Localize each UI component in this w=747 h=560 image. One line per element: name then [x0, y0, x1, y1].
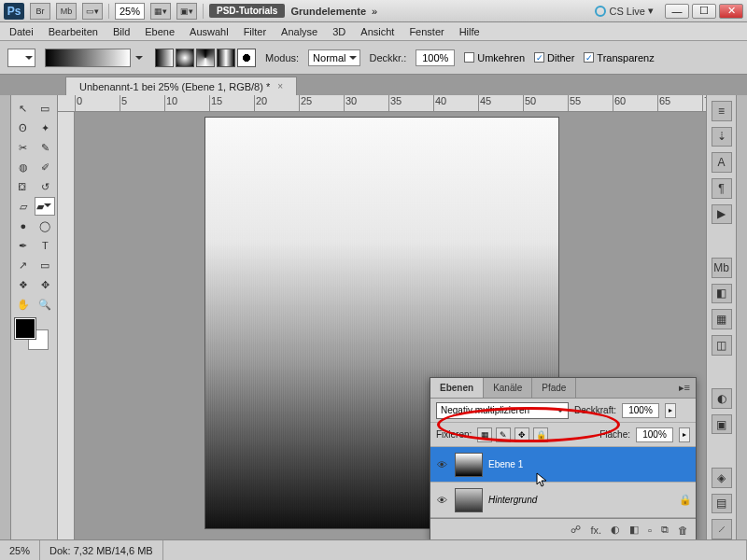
menu-bild[interactable]: Bild — [113, 26, 130, 37]
gradient-reflected[interactable] — [217, 49, 235, 67]
link-layers-icon[interactable]: ☍ — [571, 524, 581, 536]
transparency-checkbox[interactable]: ✓Transparenz — [584, 52, 654, 63]
foreground-color[interactable] — [15, 318, 35, 339]
cs-live[interactable]: CS Live▾ — [595, 5, 654, 17]
dock-history-icon[interactable]: ≡ — [712, 101, 732, 121]
left-dock-gutter[interactable] — [0, 95, 11, 539]
zoom-level[interactable]: 25% — [115, 3, 145, 20]
gradient-diamond[interactable] — [237, 49, 256, 67]
ruler-horizontal[interactable]: 0510152025303540455055606570 — [58, 95, 706, 112]
layer-mask-icon[interactable]: ◐ — [611, 524, 620, 536]
shape-tool[interactable]: ▭ — [35, 256, 56, 274]
reverse-checkbox[interactable]: Umkehren — [464, 52, 525, 63]
dock-layers-icon[interactable]: ◈ — [712, 468, 732, 488]
workspace-name[interactable]: Grundelemente — [290, 6, 366, 17]
tab-pfade[interactable]: Pfade — [532, 378, 576, 398]
ruler-vertical[interactable] — [58, 112, 75, 539]
brush-tool[interactable]: ✐ — [35, 158, 56, 176]
3d-tool[interactable]: ❖ — [13, 275, 34, 294]
dock-paths-icon[interactable]: ⟋ — [712, 519, 732, 539]
dock-para-icon[interactable]: ¶ — [712, 178, 732, 199]
new-layer-icon[interactable]: ⧉ — [661, 524, 669, 536]
menu-analyse[interactable]: Analyse — [281, 26, 317, 37]
lasso-tool[interactable]: ʘ — [13, 119, 34, 137]
stamp-tool[interactable]: ⛋ — [13, 177, 34, 196]
adjustment-layer-icon[interactable]: ◧ — [629, 524, 639, 536]
minimize-button[interactable]: — — [665, 4, 689, 19]
tab-ebenen[interactable]: Ebenen — [430, 378, 484, 398]
right-dock-gutter[interactable] — [736, 95, 747, 539]
panel-menu-icon[interactable]: ▸≡ — [673, 382, 696, 394]
menu-ansicht[interactable]: Ansicht — [360, 26, 394, 37]
dodge-tool[interactable]: ◯ — [35, 217, 56, 235]
layer-thumbnail[interactable] — [455, 488, 483, 512]
menu-datei[interactable]: Datei — [9, 26, 34, 37]
tool-preset-picker[interactable] — [7, 49, 35, 67]
menu-bearbeiten[interactable]: Bearbeiten — [49, 26, 98, 37]
zoom-tool[interactable]: 🔍 — [35, 295, 56, 314]
menu-auswahl[interactable]: Auswahl — [190, 26, 229, 37]
layer-name[interactable]: Hintergrund — [488, 495, 537, 505]
maximize-button[interactable]: ☐ — [692, 4, 716, 19]
move-tool[interactable]: ↖ — [13, 99, 34, 118]
workspace-badge[interactable]: PSD-Tutorials — [209, 4, 285, 18]
minibridge-button[interactable]: Mb — [56, 3, 77, 20]
dock-color-icon[interactable]: ◧ — [712, 284, 732, 304]
dock-char-icon[interactable]: A — [712, 152, 732, 173]
deckkraft-input[interactable]: 100% — [622, 403, 659, 418]
flaeche-slider-toggle[interactable]: ▸ — [679, 427, 690, 442]
status-zoom[interactable]: 25% — [0, 540, 40, 560]
dock-swatches-icon[interactable]: ▦ — [712, 309, 732, 329]
bridge-button[interactable]: Br — [30, 3, 50, 20]
hand-tool[interactable]: ✋ — [13, 295, 34, 314]
visibility-icon[interactable]: 👁 — [434, 457, 449, 472]
screen-mode-button[interactable]: ▣▾ — [176, 3, 197, 20]
lock-pixels[interactable]: ✎ — [496, 427, 511, 442]
blend-mode-select[interactable]: Normal — [308, 49, 359, 66]
lock-all[interactable]: 🔒 — [533, 427, 548, 442]
menu-hilfe[interactable]: Hilfe — [459, 26, 480, 37]
lock-transparency[interactable]: ▦ — [477, 427, 492, 442]
workspace-overflow[interactable]: » — [372, 6, 377, 17]
flaeche-input[interactable]: 100% — [636, 427, 673, 442]
tab-kanaele[interactable]: Kanäle — [484, 378, 532, 398]
dock-actions-icon[interactable]: ⇣ — [712, 127, 732, 147]
gradient-picker[interactable] — [45, 49, 131, 67]
close-tab-icon[interactable]: × — [277, 81, 283, 91]
lock-position[interactable]: ✥ — [514, 427, 529, 442]
arrange-button[interactable]: ▦▾ — [150, 3, 171, 20]
history-brush-tool[interactable]: ↺ — [35, 177, 56, 196]
visibility-icon[interactable]: 👁 — [434, 493, 449, 508]
heal-tool[interactable]: ◍ — [13, 158, 34, 176]
dock-mb-icon[interactable]: Mb — [712, 258, 732, 278]
wand-tool[interactable]: ✦ — [35, 119, 56, 137]
path-tool[interactable]: ↗ — [13, 256, 34, 274]
close-button[interactable]: ✕ — [719, 4, 743, 19]
layer-thumbnail[interactable] — [455, 453, 483, 477]
gradient-radial[interactable] — [176, 49, 194, 67]
dock-adjust-icon[interactable]: ◐ — [712, 388, 732, 409]
dock-styles-icon[interactable]: ◫ — [712, 335, 732, 356]
group-icon[interactable]: ▫ — [648, 525, 652, 536]
type-tool[interactable]: T — [35, 236, 56, 255]
status-scroll[interactable] — [163, 540, 747, 560]
document-tab[interactable]: Unbenannt-1 bei 25% (Ebene 1, RGB/8) * × — [65, 77, 297, 95]
menu-fenster[interactable]: Fenster — [409, 26, 444, 37]
gradient-angle[interactable] — [196, 49, 215, 67]
eraser-tool[interactable]: ▱ — [13, 197, 33, 216]
marquee-tool[interactable]: ▭ — [35, 99, 56, 118]
layer-name[interactable]: Ebene 1 — [488, 459, 523, 469]
opacity-input[interactable]: 100% — [416, 49, 455, 66]
blur-tool[interactable]: ● — [13, 217, 34, 235]
dock-masks-icon[interactable]: ▣ — [712, 414, 732, 435]
menu-filter[interactable]: Filter — [244, 26, 266, 37]
3d-camera-tool[interactable]: ✥ — [35, 275, 56, 294]
eyedropper-tool[interactable]: ✎ — [35, 138, 56, 157]
color-swatches[interactable] — [13, 318, 54, 356]
menu-3d[interactable]: 3D — [332, 26, 345, 37]
crop-tool[interactable]: ✂ — [13, 138, 34, 157]
layer-row[interactable]: 👁 Hintergrund 🔒 — [430, 483, 696, 518]
dock-play-icon[interactable]: ▶ — [712, 204, 732, 225]
deckkraft-slider-toggle[interactable]: ▸ — [665, 403, 676, 418]
gradient-tool[interactable]: ▰ — [35, 197, 55, 216]
